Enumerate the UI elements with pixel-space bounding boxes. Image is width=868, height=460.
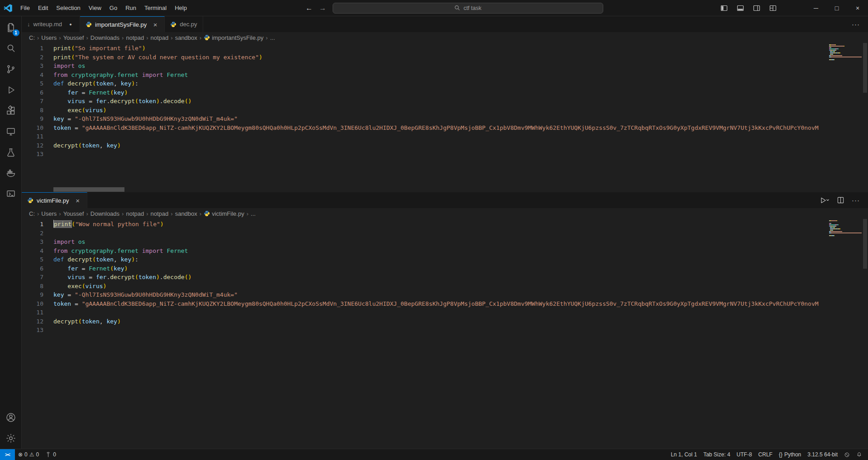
remote-explorer-icon[interactable]: [0, 121, 22, 142]
customize-layout-icon[interactable]: [767, 2, 779, 14]
breadcrumb-item[interactable]: sandbox: [175, 34, 197, 41]
docker-icon[interactable]: [0, 163, 22, 184]
code-editor[interactable]: 1print("Wow normal python file")23import…: [22, 219, 868, 449]
encoding[interactable]: UTF-8: [734, 449, 755, 460]
language-mode[interactable]: {} Python: [776, 449, 804, 460]
explorer-icon[interactable]: 1: [0, 17, 22, 38]
vertical-scrollbar[interactable]: [862, 219, 868, 449]
menu-view[interactable]: View: [85, 0, 105, 16]
breadcrumb-item[interactable]: ...: [270, 34, 275, 41]
code-line[interactable]: 9key = "-Qhl7IsNS93HGuwb9U0hHDbG9HKny3zQ…: [22, 290, 828, 299]
code-line[interactable]: 3import os: [22, 62, 828, 71]
code-line[interactable]: 12decrypt(token, key): [22, 141, 828, 150]
code-line[interactable]: 13: [22, 326, 828, 335]
code-line[interactable]: 7 virus = fer.decrypt(token).decode(): [22, 97, 828, 106]
code-line[interactable]: 7 virus = fer.decrypt(token).decode(): [22, 273, 828, 282]
code-line[interactable]: 11: [22, 132, 828, 141]
more-actions-icon[interactable]: ···: [851, 195, 861, 205]
modified-dot-icon[interactable]: ●: [67, 22, 74, 27]
toggle-sidebar-icon[interactable]: [718, 2, 730, 14]
menu-help[interactable]: Help: [171, 0, 191, 16]
close-icon[interactable]: ×: [152, 21, 159, 28]
toggle-secondary-sidebar-icon[interactable]: [750, 2, 763, 14]
breadcrumb-item[interactable]: Youssef: [63, 34, 84, 41]
code-line[interactable]: 8 exec(virus): [22, 106, 828, 115]
toggle-panel-icon[interactable]: [734, 2, 747, 14]
accounts-icon[interactable]: [0, 407, 22, 428]
testing-icon[interactable]: [0, 142, 22, 163]
settings-gear-icon[interactable]: [0, 428, 22, 449]
indentation[interactable]: Tab Size: 4: [700, 449, 733, 460]
menu-go[interactable]: Go: [105, 0, 121, 16]
do-not-disturb-icon[interactable]: [841, 449, 853, 460]
code-line[interactable]: 1print("So important file"): [22, 44, 828, 53]
breadcrumb-item[interactable]: Users: [41, 210, 57, 217]
breadcrumb-item[interactable]: notpad: [151, 210, 169, 217]
python-interpreter[interactable]: 3.12.5 64-bit: [804, 449, 841, 460]
code-line[interactable]: 6 fer = Fernet(key): [22, 264, 828, 273]
tab-writeup.md[interactable]: ↓writeup.md●: [22, 16, 80, 32]
remote-indicator[interactable]: ><: [0, 449, 15, 460]
code-line[interactable]: 4from cryptography.fernet import Fernet: [22, 71, 828, 80]
code-line[interactable]: 5def decrypt(token, key):: [22, 255, 828, 264]
breadcrumb-item[interactable]: sandbox: [175, 210, 197, 217]
menu-edit[interactable]: Edit: [34, 0, 52, 16]
tab-dec.py[interactable]: dec.py: [165, 16, 203, 32]
breadcrumb-item[interactable]: ...: [251, 210, 256, 217]
code-editor[interactable]: 1print("So important file")2print("The s…: [22, 43, 868, 187]
close-icon[interactable]: ×: [74, 197, 81, 204]
minimize-button[interactable]: ─: [806, 0, 826, 16]
more-actions-icon[interactable]: ···: [851, 19, 861, 29]
back-arrow-icon[interactable]: ←: [305, 4, 313, 12]
run-and-debug-icon[interactable]: [0, 80, 22, 100]
eol-sequence[interactable]: CRLF: [755, 449, 776, 460]
breadcrumb-item[interactable]: Youssef: [63, 210, 84, 217]
close-button[interactable]: ×: [847, 0, 868, 16]
menu-file[interactable]: File: [16, 0, 34, 16]
breadcrumb-item[interactable]: notpad: [126, 210, 144, 217]
code-line[interactable]: 5def decrypt(token, key):: [22, 79, 828, 88]
code-line[interactable]: 12decrypt(token, key): [22, 317, 828, 326]
extensions-icon[interactable]: [0, 100, 22, 121]
search-view-icon[interactable]: [0, 38, 22, 59]
minimap[interactable]: [829, 220, 862, 238]
notifications-bell-icon[interactable]: [853, 449, 865, 460]
problems-status[interactable]: ⊗ 0 ⚠ 0: [15, 449, 42, 460]
code-line[interactable]: 8 exec(virus): [22, 282, 828, 291]
breadcrumb-item[interactable]: importantSysFile.py: [204, 34, 263, 41]
code-line[interactable]: 6 fer = Fernet(key): [22, 88, 828, 97]
horizontal-scrollbar[interactable]: [22, 187, 868, 192]
vscode-logo-icon[interactable]: [0, 4, 16, 13]
command-center-search[interactable]: ctf task: [333, 3, 603, 14]
dev-containers-icon[interactable]: [0, 184, 22, 204]
menu-terminal[interactable]: Terminal: [140, 0, 171, 16]
breadcrumb-item[interactable]: Downloads: [91, 210, 119, 217]
breadcrumb-item[interactable]: C:: [29, 34, 35, 41]
code-line[interactable]: 2print("The system or AV could never que…: [22, 53, 828, 62]
code-line[interactable]: 9key = "-Qhl7IsNS93HGuwb9U0hHDbG9HKny3zQ…: [22, 114, 828, 123]
forward-arrow-icon[interactable]: →: [319, 4, 326, 12]
split-editor-icon[interactable]: [835, 195, 845, 205]
tab-victimFile.py[interactable]: victimFile.py×: [22, 192, 87, 208]
source-control-icon[interactable]: [0, 59, 22, 80]
breadcrumb-item[interactable]: notpad: [151, 34, 169, 41]
cursor-position[interactable]: Ln 1, Col 1: [668, 449, 700, 460]
scrollbar-thumb[interactable]: [53, 187, 124, 192]
breadcrumb-item[interactable]: C:: [29, 210, 35, 217]
code-line[interactable]: 2: [22, 229, 828, 238]
code-line[interactable]: 10token = "gAAAAABnCldK3BED6app_NiTZ-cam…: [22, 299, 828, 308]
maximize-button[interactable]: □: [826, 0, 847, 16]
breadcrumb-item[interactable]: notpad: [126, 34, 144, 41]
menu-selection[interactable]: Selection: [52, 0, 84, 16]
tab-importantSysFile.py[interactable]: importantSysFile.py×: [80, 16, 165, 32]
breadcrumb-item[interactable]: Users: [41, 34, 57, 41]
minimap[interactable]: [829, 44, 862, 62]
code-line[interactable]: 10token = "gAAAAABnCldK3BED6app_NiTZ-cam…: [22, 123, 828, 133]
breadcrumb-item[interactable]: victimFile.py: [204, 210, 244, 217]
code-line[interactable]: 3import os: [22, 237, 828, 247]
menu-run[interactable]: Run: [121, 0, 140, 16]
code-line[interactable]: 4from cryptography.fernet import Fernet: [22, 247, 828, 256]
vertical-scrollbar[interactable]: [862, 43, 868, 187]
code-line[interactable]: 13: [22, 150, 828, 159]
breadcrumb-item[interactable]: Downloads: [91, 34, 119, 41]
